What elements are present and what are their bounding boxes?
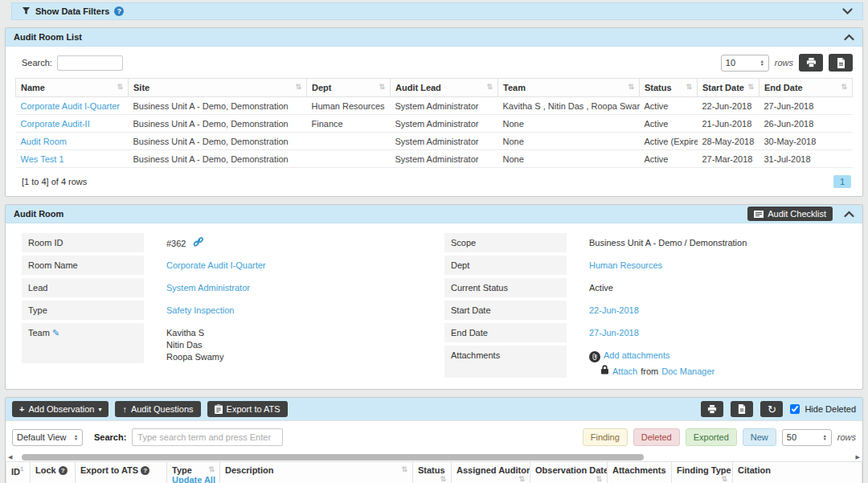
sort-icon[interactable]: ⇅ (379, 83, 385, 91)
sort-icon[interactable]: ⇅ (117, 83, 123, 91)
column-header-obs-date[interactable]: Observation Date⇅ (530, 462, 608, 483)
page-size-select[interactable]: 10 ▲▼ (721, 55, 769, 72)
sort-icon[interactable]: ⇅ (208, 465, 215, 473)
new-badge[interactable]: New (743, 428, 776, 446)
collapse-filters-chevron[interactable] (842, 8, 853, 15)
spinner-icon: ▲▼ (760, 59, 764, 66)
sort-icon[interactable]: ⇅ (518, 475, 525, 483)
column-header-finding-type[interactable]: Finding Type⇅ (672, 462, 733, 483)
column-header-attachments[interactable]: Attachments (608, 462, 672, 483)
print-observations-button[interactable] (701, 401, 723, 417)
update-all-link[interactable]: Update All (172, 475, 215, 483)
add-attachments-link[interactable]: Add attachments (604, 350, 670, 360)
obs-page-size-select[interactable]: 50 ▲▼ (782, 429, 832, 446)
column-header[interactable]: Dept⇅ (307, 79, 391, 97)
audit-room-panel: Audit Room Audit Checklist Room ID #362 (5, 204, 863, 390)
room-name-value-link[interactable]: Corporate Audit I-Quarter (166, 260, 266, 270)
dept-value-link[interactable]: Human Resources (589, 260, 662, 270)
sort-icon[interactable]: ⇅ (747, 83, 754, 91)
room-name-link[interactable]: Audit Room (21, 137, 67, 146)
sort-icon[interactable]: ⇅ (841, 83, 847, 91)
hide-deleted-checkbox[interactable] (790, 404, 800, 414)
column-header-citation[interactable]: Citation (733, 462, 862, 483)
column-header[interactable]: Site⇅ (129, 79, 307, 97)
sort-icon[interactable]: ⇅ (721, 475, 727, 483)
audit-checklist-button[interactable]: Audit Checklist (747, 207, 833, 221)
export-to-ats-button[interactable]: Export to ATS (207, 401, 288, 417)
search-input[interactable] (57, 55, 123, 71)
help-circle-icon[interactable]: ? (114, 6, 124, 16)
link-chain-icon[interactable] (193, 239, 204, 248)
sort-icon[interactable]: ⇅ (628, 83, 634, 91)
column-header-export[interactable]: Export to ATS? (76, 462, 167, 483)
show-data-filters-bar[interactable]: Show Data Filters ? (11, 2, 863, 20)
question-icon[interactable]: ? (141, 466, 149, 475)
room-name-link[interactable]: Wes Test 1 (21, 154, 64, 164)
table-row[interactable]: Corporate Audit I-Quarter Business Unit … (16, 97, 853, 115)
export-observations-button[interactable] (731, 401, 753, 417)
collapse-room-detail-chevron[interactable] (844, 211, 854, 218)
column-header[interactable]: Audit Lead⇅ (391, 79, 498, 97)
view-select[interactable]: Default View ▲▼ (12, 429, 83, 446)
room-name-link[interactable]: Corporate Audit-II (21, 119, 90, 129)
column-header-auditor[interactable]: Assigned Auditor⇅ (452, 462, 530, 483)
cell-site: Business Unit A - Demo, Demonstration (129, 97, 307, 115)
cell-name: Wes Test 1 (16, 150, 129, 168)
question-icon[interactable]: ? (59, 466, 68, 475)
column-header-lock[interactable]: Lock? (31, 462, 76, 483)
end-date-value-link[interactable]: 27-Jun-2018 (589, 328, 639, 338)
room-name-link[interactable]: Corporate Audit I-Quarter (21, 101, 121, 111)
print-icon (707, 405, 717, 414)
collapse-room-list-chevron[interactable] (844, 34, 854, 41)
obs-search-input[interactable] (132, 428, 283, 446)
sort-icon[interactable]: ⇅ (440, 475, 446, 483)
column-header-status[interactable]: Status⇅ (413, 462, 452, 483)
table-row[interactable]: Wes Test 1 Business Unit A - Demo, Demon… (16, 150, 853, 168)
column-header[interactable]: Start Date⇅ (698, 79, 760, 97)
cell-site: Business Unit A - Demo, Demonstration (129, 133, 307, 150)
sort-icon[interactable]: ⇅ (401, 465, 407, 473)
column-header-description[interactable]: Description⇅ (220, 462, 413, 483)
current-status-value: Active (567, 278, 613, 297)
finding-badge[interactable]: Finding (583, 428, 628, 446)
table-row[interactable]: Audit Room Business Unit A - Demo, Demon… (16, 133, 853, 150)
pencil-icon[interactable]: ✎ (52, 328, 59, 338)
start-date-value-link[interactable]: 22-Jun-2018 (589, 305, 639, 315)
audit-questions-button[interactable]: ↑ Audit Questions (115, 401, 200, 417)
lock-icon (600, 365, 609, 378)
attach-link[interactable]: Attach (612, 366, 637, 378)
export-excel-button[interactable] (829, 54, 853, 72)
sort-icon[interactable]: ⇅ (295, 83, 301, 91)
lead-value-link[interactable]: System Administrator (166, 283, 250, 293)
panel-title: Audit Room (14, 209, 63, 219)
column-header[interactable]: Status⇅ (640, 79, 698, 97)
horizontal-scrollbar[interactable]: ◀ ▶ (6, 453, 862, 461)
team-label: Team ✎ (22, 323, 144, 363)
column-header[interactable]: Team⇅ (498, 79, 640, 97)
exported-badge[interactable]: Exported (686, 428, 737, 446)
scroll-left-icon[interactable]: ◀ (8, 453, 12, 461)
column-header-type[interactable]: Type⇅ Update All (167, 462, 220, 483)
table-row[interactable]: Corporate Audit-II Business Unit A - Dem… (16, 115, 853, 133)
scroll-right-icon[interactable]: ▶ (856, 453, 860, 461)
column-header[interactable]: End Date⇅ (760, 79, 853, 97)
sort-icon[interactable]: ⇅ (686, 83, 692, 91)
doc-manager-link[interactable]: Doc Manager (661, 366, 714, 378)
sort-icon[interactable]: ⇅ (596, 475, 602, 483)
cell-team: Kavitha S , Nitin Das , Roopa Swamy (498, 97, 640, 115)
column-header-id[interactable]: ID1 (6, 462, 31, 483)
refresh-button[interactable]: ↻ (760, 401, 783, 417)
deleted-badge[interactable]: Deleted (633, 428, 680, 446)
clipboard-icon (215, 404, 223, 414)
column-header[interactable]: Name⇅ (16, 79, 129, 97)
page-number-button[interactable]: 1 (833, 175, 851, 188)
print-button[interactable] (799, 54, 823, 72)
scope-value: Business Unit A - Demo / Demonstration (567, 233, 747, 252)
add-observation-button[interactable]: + Add Observation ▾ (12, 401, 108, 417)
scrollbar-thumb[interactable] (22, 454, 643, 460)
sort-icon[interactable]: ⇅ (486, 83, 493, 91)
cell-name: Corporate Audit-II (16, 115, 129, 133)
type-value-link[interactable]: Safety Inspection (166, 305, 234, 315)
cell-status: Active (Expired) (640, 133, 698, 150)
cell-audit-lead: System Administrator (391, 150, 498, 168)
